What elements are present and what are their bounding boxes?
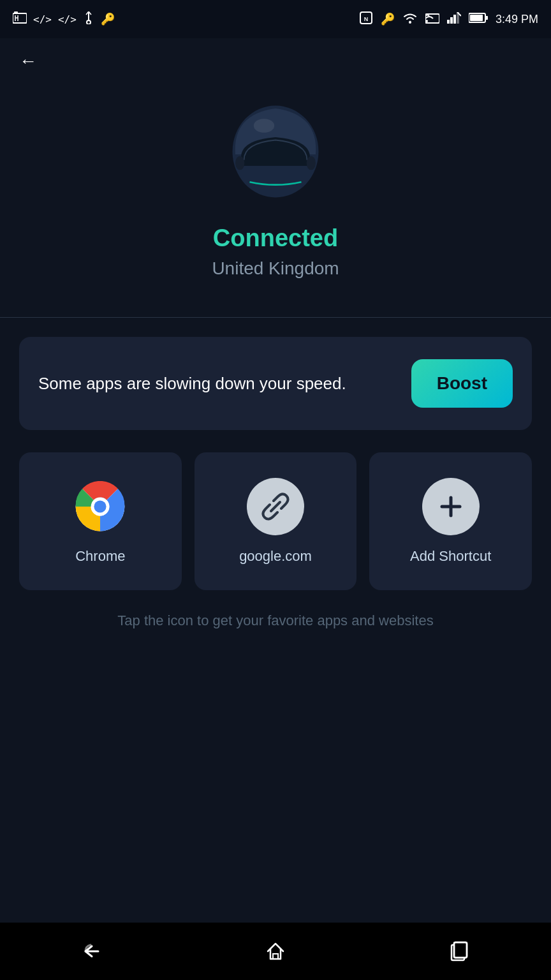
section-divider [0,317,551,318]
nav-recents-icon [448,940,471,963]
vpn-helmet-icon [218,97,333,212]
status-icons-left: </> </> 🔑 [13,11,115,27]
add-shortcut[interactable]: Add Shortcut [369,452,532,590]
svg-rect-34 [454,942,467,958]
screenshot-icon [13,11,27,27]
key-icon: 🔑 [101,12,115,26]
google-label: google.com [239,548,312,565]
code1-icon: </> [33,13,52,26]
cast-icon [425,12,439,26]
usb-icon [83,11,94,27]
svg-point-25 [254,119,274,133]
chrome-icon-wrap [71,478,129,535]
chrome-label: Chrome [75,548,125,565]
nfc-icon: N [359,11,373,27]
svg-point-13 [425,20,428,22]
nav-home-button[interactable] [250,932,301,970]
chrome-shortcut[interactable]: Chrome [19,452,182,590]
svg-point-11 [409,21,411,24]
google-shortcut[interactable]: google.com [195,452,357,590]
navigation-bar [0,923,551,980]
svg-rect-20 [470,15,483,21]
svg-rect-14 [447,20,450,24]
svg-point-24 [307,156,316,170]
back-button[interactable]: ← [0,38,551,84]
svg-rect-21 [485,16,488,20]
link-icon [260,491,291,523]
wifi-icon [402,11,418,27]
boost-button[interactable]: Boost [411,359,513,408]
hint-text: Tap the icon to get your favorite apps a… [0,612,551,629]
plus-icon [437,493,465,521]
svg-text:N: N [364,16,369,22]
svg-rect-15 [450,17,453,24]
connection-status: Connected [213,225,338,252]
battery-icon [469,13,488,26]
chrome-icon [75,481,126,532]
status-icons-right: N 🔑 [359,11,538,27]
svg-rect-16 [453,15,456,24]
nav-back-icon [80,940,103,963]
boost-card: Some apps are slowing down your speed. B… [19,337,532,430]
nav-recents-button[interactable] [434,932,485,970]
hero-section: Connected United Kingdom [0,84,551,317]
svg-point-23 [235,156,244,170]
time-display: 3:49 PM [496,13,538,26]
boost-message: Some apps are slowing down your speed. [38,372,411,395]
back-arrow-icon: ← [19,51,37,71]
nav-back-button[interactable] [66,932,117,970]
svg-point-28 [94,500,107,512]
add-icon-wrap [422,478,480,535]
add-shortcut-label: Add Shortcut [410,548,491,565]
link-icon-wrap [247,478,304,535]
svg-point-6 [87,20,91,24]
status-bar: </> </> 🔑 N 🔑 [0,0,551,38]
key2-icon: 🔑 [381,12,395,26]
shortcuts-grid: Chrome google.com [0,452,551,590]
svg-line-29 [271,502,280,511]
nav-home-icon [264,940,287,963]
signal-icon [447,12,461,26]
svg-rect-1 [14,11,18,13]
server-location: United Kingdom [212,258,339,279]
code2-icon: </> [58,13,77,26]
